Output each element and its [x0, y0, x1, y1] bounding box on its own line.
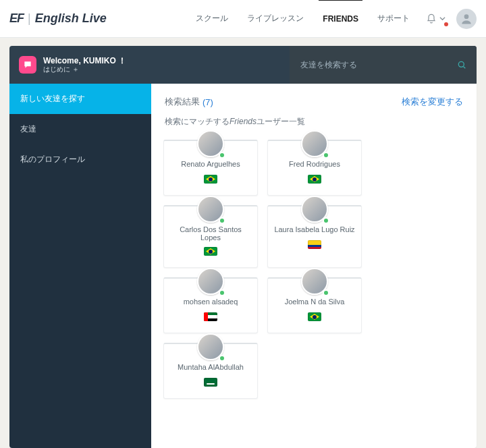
friend-name: Laura Isabela Lugo Ruiz: [274, 225, 354, 235]
nav-live-lesson[interactable]: ライブレッスン: [238, 0, 313, 38]
svg-point-1: [458, 61, 464, 67]
welcome-bar: Welcome, KUMIKO ！ はじめに ＋: [9, 46, 477, 84]
brand-text: English Live: [35, 11, 107, 26]
sidebar: 新しい友達を探す 友達 私のプロフィール: [9, 84, 151, 448]
results-subtext: 検索にマッチするFriendsユーザー一覧: [165, 116, 463, 128]
svg-point-0: [464, 14, 469, 19]
person-icon: [460, 12, 473, 26]
chat-icon: [19, 56, 36, 74]
friend-name: Fred Rodrigues: [289, 160, 340, 169]
brand-separator: |: [28, 11, 31, 26]
friend-flag: [308, 175, 321, 186]
brand-logo[interactable]: EF | English Live: [9, 11, 107, 26]
nav-support[interactable]: サポート: [368, 0, 419, 38]
flag-icon: [204, 247, 217, 256]
friend-card[interactable]: Joelma N da Silva: [267, 277, 362, 333]
flag-icon: [308, 175, 321, 184]
online-dot-icon: [219, 355, 225, 362]
friend-avatar: [197, 333, 224, 360]
content: 検索結果 (7) 検索を変更する 検索にマッチするFriendsユーザー一覧 R…: [151, 84, 477, 448]
friend-card[interactable]: Carlos Dos Santos Lopes: [163, 205, 258, 268]
online-dot-icon: [219, 289, 225, 296]
friend-avatar: [301, 130, 328, 157]
friend-card[interactable]: mohsen alsadeq: [163, 277, 258, 333]
friend-flag: [204, 378, 217, 389]
friend-name: Renato Arguelhes: [181, 160, 240, 169]
friend-flag: [308, 312, 321, 323]
friend-avatar: [197, 130, 224, 157]
modify-search-link[interactable]: 検索を変更する: [402, 96, 463, 108]
friend-name: Joelma N da Silva: [285, 298, 345, 307]
friend-flag: [204, 175, 217, 186]
friend-flag: [204, 312, 217, 323]
search-input[interactable]: [299, 59, 451, 70]
friend-name: Carlos Dos Santos Lopes: [169, 225, 252, 242]
friend-avatar: [197, 196, 224, 223]
friend-flag: [204, 247, 217, 258]
online-dot-icon: [219, 152, 225, 159]
results-count: (7): [202, 97, 213, 107]
friend-avatar: [301, 268, 328, 295]
friend-avatar: [301, 196, 328, 223]
friend-card[interactable]: Muntaha AlAbdullah: [163, 343, 258, 399]
nav-school[interactable]: スクール: [186, 0, 238, 38]
sidebar-item-find-friends[interactable]: 新しい友達を探す: [9, 84, 151, 114]
friend-name: Muntaha AlAbdullah: [178, 363, 244, 372]
online-dot-icon: [219, 217, 225, 224]
friend-flag: [308, 240, 321, 251]
header: EF | English Live スクール ライブレッスン FRIENDS サ…: [0, 0, 486, 38]
flag-icon: [204, 312, 217, 321]
welcome-block[interactable]: Welcome, KUMIKO ！ はじめに ＋: [9, 46, 290, 84]
flag-icon: [204, 378, 217, 387]
notification-dot-icon: [444, 22, 448, 26]
bell-icon: [426, 13, 437, 25]
search-icon: [456, 59, 467, 70]
flag-icon: [308, 240, 321, 249]
friend-card[interactable]: Renato Arguelhes: [163, 140, 258, 196]
sidebar-item-my-profile[interactable]: 私のプロフィール: [9, 144, 151, 175]
top-nav: スクール ライブレッスン FRIENDS サポート: [186, 0, 419, 38]
search-bar[interactable]: [290, 46, 477, 84]
welcome-subtitle: はじめに ＋: [43, 65, 126, 74]
nav-friends[interactable]: FRIENDS: [313, 0, 368, 38]
sidebar-item-friends[interactable]: 友達: [9, 114, 151, 144]
friend-name: mohsen alsadeq: [184, 298, 238, 307]
online-dot-icon: [323, 152, 329, 159]
online-dot-icon: [323, 217, 329, 224]
profile-avatar[interactable]: [456, 9, 477, 29]
flag-icon: [204, 175, 217, 184]
results-label: 検索結果: [165, 96, 200, 108]
friend-card[interactable]: Fred Rodrigues: [267, 140, 362, 196]
friend-card[interactable]: Laura Isabela Lugo Ruiz: [267, 205, 362, 268]
notifications-button[interactable]: [419, 13, 452, 25]
flag-icon: [308, 312, 321, 321]
chevron-down-icon: [439, 16, 446, 22]
online-dot-icon: [323, 289, 329, 296]
friend-cards: Renato ArguelhesFred RodriguesCarlos Dos…: [163, 140, 464, 399]
brand-mark: EF: [9, 11, 24, 26]
welcome-title: Welcome, KUMIKO ！: [43, 56, 126, 65]
friend-avatar: [197, 268, 224, 295]
